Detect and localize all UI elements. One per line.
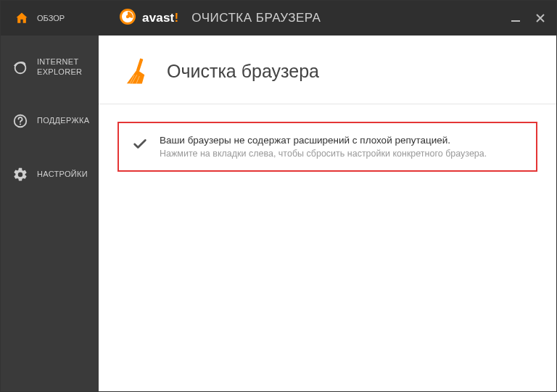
sidebar-item-label: ОБЗОР	[37, 14, 65, 22]
content: Очистка браузера Ваши браузеры не содерж…	[99, 36, 556, 391]
status-sub: Нажмите на вкладки слева, чтобы сбросить…	[160, 149, 487, 159]
brand-text: avast!	[142, 11, 178, 25]
svg-rect-5	[17, 67, 25, 69]
status-heading: Ваши браузеры не содержат расширений с п…	[160, 135, 487, 146]
status-text: Ваши браузеры не содержат расширений с п…	[160, 135, 487, 159]
brand-name: avast	[142, 11, 174, 25]
svg-rect-3	[511, 20, 520, 22]
titlebar: ОБЗОР avast! ОЧИСТКА БРАУЗЕРА	[1, 1, 556, 36]
help-icon	[12, 113, 28, 129]
close-button[interactable]	[535, 12, 546, 24]
check-icon	[132, 136, 147, 151]
sidebar-item-support[interactable]: ПОДДЕРЖКА	[1, 99, 99, 143]
page-header: Очистка браузера	[99, 36, 556, 104]
page-title: Очистка браузера	[167, 61, 319, 82]
svg-point-2	[126, 15, 129, 18]
status-box: Ваши браузеры не содержат расширений с п…	[117, 122, 537, 172]
window-controls	[510, 12, 546, 24]
sidebar-item-internet-explorer[interactable]: INTERNET EXPLORER	[1, 46, 99, 89]
sidebar-item-label: INTERNET EXPLORER	[37, 57, 90, 78]
minimize-button[interactable]	[510, 12, 521, 24]
body: INTERNET EXPLORER ПОДДЕРЖКА	[1, 36, 556, 391]
gear-icon	[12, 167, 28, 183]
titlebar-left: ОБЗОР	[1, 10, 99, 26]
brand: avast! ОЧИСТКА БРАУЗЕРА	[99, 8, 321, 28]
brand-bang: !	[174, 11, 178, 25]
titlebar-subtitle: ОЧИСТКА БРАУЗЕРА	[191, 11, 321, 25]
app-window: ОБЗОР avast! ОЧИСТКА БРАУЗЕРА	[0, 0, 557, 392]
avast-logo-icon	[119, 8, 136, 28]
broom-icon	[120, 56, 151, 86]
sidebar-item-label: НАСТРОЙКИ	[37, 170, 88, 180]
page-body: Ваши браузеры не содержат расширений с п…	[99, 104, 556, 189]
sidebar-item-settings[interactable]: НАСТРОЙКИ	[1, 153, 99, 196]
ie-icon	[12, 59, 28, 75]
home-icon	[14, 10, 30, 26]
sidebar-item-label: ПОДДЕРЖКА	[37, 116, 89, 126]
svg-rect-8	[136, 58, 144, 71]
sidebar: INTERNET EXPLORER ПОДДЕРЖКА	[1, 36, 99, 391]
svg-point-7	[20, 124, 21, 125]
